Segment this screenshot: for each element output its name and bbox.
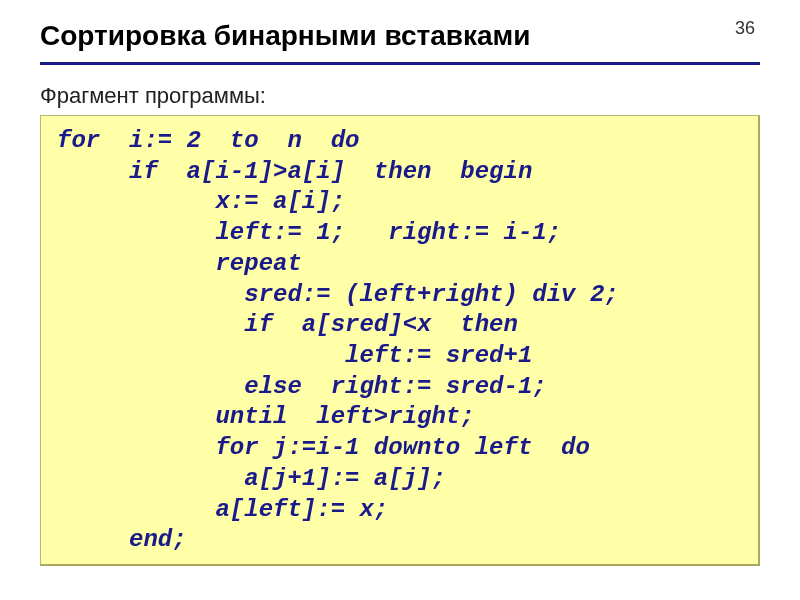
code-line: until left>right;	[57, 403, 475, 430]
code-line: end;	[57, 526, 187, 553]
code-line: repeat	[57, 250, 302, 277]
code-line: left:= 1; right:= i-1;	[57, 219, 561, 246]
code-line: a[j+1]:= a[j];	[57, 465, 446, 492]
code-line: for j:=i-1 downto left do	[57, 434, 590, 461]
code-line: if a[sred]<x then	[57, 311, 518, 338]
code-line: if a[i-1]>a[i] then begin	[57, 158, 532, 185]
code-line: a[left]:= x;	[57, 496, 388, 523]
page-title: Сортировка бинарными вставками	[40, 20, 760, 52]
title-underline	[40, 62, 760, 65]
code-block: for i:= 2 to n do if a[i-1]>a[i] then be…	[40, 115, 760, 566]
code-line: x:= a[i];	[57, 188, 345, 215]
section-subtitle: Фрагмент программы:	[40, 83, 760, 109]
code-line: else right:= sred-1;	[57, 373, 547, 400]
page-number: 36	[735, 18, 755, 39]
code-line: for i:= 2 to n do	[57, 127, 359, 154]
code-line: left:= sred+1	[57, 342, 532, 369]
code-line: sred:= (left+right) div 2;	[57, 281, 619, 308]
